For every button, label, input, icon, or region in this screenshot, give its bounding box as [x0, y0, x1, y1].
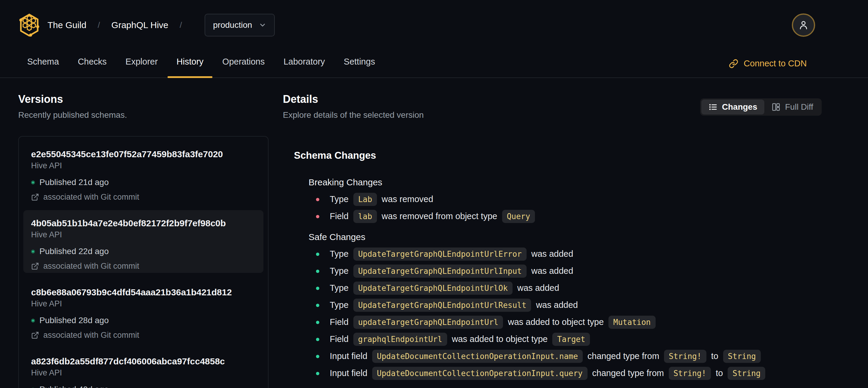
safe-bullet-icon: [316, 287, 319, 290]
breadcrumb-org[interactable]: The Guild: [48, 20, 86, 30]
tab-laboratory[interactable]: Laboratory: [275, 57, 334, 78]
change-item: FieldgraphqlEndpointUrlwas added to obje…: [309, 331, 856, 348]
versions-list: e2e55045345ce13fe07f52a77459b83fa3fe7020…: [18, 136, 269, 388]
change-list: TypeUpdateTargetGraphQLEndpointUrlErrorw…: [309, 245, 856, 382]
tab-settings[interactable]: Settings: [335, 57, 384, 78]
connect-cdn-link[interactable]: Connect to CDN: [729, 59, 807, 68]
version-status: Published 21d ago: [31, 178, 256, 187]
target-selector-value: production: [213, 20, 252, 30]
version-card[interactable]: a823f6db2a55df877dcf406006abca97fcc4858c…: [23, 348, 264, 388]
change-text: Type: [330, 283, 348, 293]
code-chip: UpdateTargetGraphQLEndpointUrlError: [353, 247, 527, 261]
change-text: was added: [531, 249, 573, 259]
code-chip: UpdateTargetGraphQLEndpointUrlInput: [353, 265, 527, 278]
code-chip: UpdateTargetGraphQLEndpointUrlResult: [353, 299, 531, 312]
target-selector[interactable]: production: [205, 14, 275, 36]
change-text: to: [716, 368, 723, 378]
version-hash: e2e55045345ce13fe07f52a77459b83fa3fe7020: [31, 149, 256, 160]
version-status: Published 28d ago: [31, 316, 256, 325]
tab-history[interactable]: History: [167, 57, 212, 78]
app-header: The Guild / GraphQL Hive / production Sc…: [0, 0, 868, 78]
safe-bullet-icon: [316, 304, 319, 307]
change-text: was added: [517, 283, 559, 293]
change-item: TypeUpdateTargetGraphQLEndpointUrlInputw…: [309, 263, 856, 279]
changes-view-label: Changes: [722, 102, 757, 112]
git-commit-label: associated with Git commit: [43, 262, 139, 271]
change-text: Field: [330, 317, 348, 327]
versions-subtitle: Recently published schemas.: [18, 110, 127, 120]
schema-changes-title: Schema Changes: [294, 149, 856, 161]
change-item: Fieldlabwas removed from object typeQuer…: [309, 208, 856, 225]
main-tabs: SchemaChecksExplorerHistoryOperationsLab…: [18, 57, 384, 78]
view-toggle: Changes Full Diff: [700, 98, 822, 116]
safe-bullet-icon: [316, 270, 319, 273]
change-text: Field: [330, 211, 348, 221]
full-diff-view-button[interactable]: Full Diff: [764, 99, 820, 115]
change-text: Input field: [330, 351, 367, 361]
user-menu-button[interactable]: [792, 13, 815, 37]
version-card[interactable]: e2e55045345ce13fe07f52a77459b83fa3fe7020…: [23, 141, 264, 204]
change-group: Safe Changes TypeUpdateTargetGraphQLEndp…: [309, 232, 856, 382]
breadcrumb-separator: /: [98, 20, 100, 30]
version-card[interactable]: 4b05ab51b1b4a7e2e4b0ef82172f2b9f7ef98c0b…: [23, 210, 264, 273]
tab-schema[interactable]: Schema: [18, 57, 68, 78]
change-text: was removed from object type: [382, 211, 497, 221]
safe-bullet-icon: [316, 321, 319, 324]
changes-view-button[interactable]: Changes: [701, 99, 764, 115]
published-dot-icon: [31, 181, 35, 184]
change-text: Field: [330, 334, 348, 344]
code-chip: Lab: [353, 193, 377, 206]
version-status-text: Published 22d ago: [39, 247, 109, 256]
change-text: Input field: [330, 368, 367, 378]
change-item: Input fieldUpdateDocumentCollectionOpera…: [309, 365, 856, 382]
details-subtitle: Explore details of the selected version: [283, 110, 424, 120]
code-chip: String!: [664, 350, 706, 363]
full-diff-view-label: Full Diff: [785, 102, 813, 112]
chevron-down-icon: [259, 21, 267, 29]
tab-checks[interactable]: Checks: [69, 57, 116, 78]
versions-title: Versions: [18, 93, 127, 106]
change-text: Type: [330, 249, 348, 259]
safe-bullet-icon: [316, 355, 319, 358]
code-chip: Query: [502, 210, 535, 223]
git-commit-link[interactable]: associated with Git commit: [31, 192, 256, 202]
list-icon: [709, 102, 717, 112]
version-card[interactable]: c8b6e88a06793b9c4dfd54aaa21b36a1b421d812…: [23, 279, 264, 342]
version-hash: 4b05ab51b1b4a7e2e4b0ef82172f2b9f7ef98c0b: [31, 218, 256, 229]
version-service: Hive API: [31, 368, 256, 378]
tab-explorer[interactable]: Explorer: [117, 57, 167, 78]
tab-operations[interactable]: Operations: [213, 57, 274, 78]
change-list: TypeLabwas removedFieldlabwas removed fr…: [309, 191, 856, 225]
breadcrumb-project[interactable]: GraphQL Hive: [112, 20, 168, 30]
git-commit-link[interactable]: associated with Git commit: [31, 262, 256, 271]
link-icon: [729, 59, 738, 68]
code-chip: UpdateDocumentCollectionOperationInput.q…: [372, 367, 588, 380]
change-groups: Breaking Changes TypeLabwas removedField…: [294, 177, 856, 382]
hive-logo: [18, 13, 40, 37]
code-chip: graphqlEndpointUrl: [353, 333, 447, 346]
details-header: Details Explore details of the selected …: [283, 93, 424, 120]
code-chip: UpdateTargetGraphQLEndpointUrlOk: [353, 281, 513, 295]
version-status-text: Published 21d ago: [39, 178, 109, 187]
breaking-bullet-icon: [316, 198, 319, 201]
git-commit-label: associated with Git commit: [43, 192, 139, 202]
code-chip: UpdateDocumentCollectionOperationInput.n…: [372, 350, 583, 363]
change-item: TypeLabwas removed: [309, 191, 856, 208]
git-commit-link[interactable]: associated with Git commit: [31, 331, 256, 340]
external-link-icon: [31, 193, 39, 201]
published-dot-icon: [31, 319, 35, 323]
change-text: Type: [330, 194, 348, 204]
code-chip: String!: [669, 367, 711, 380]
external-link-icon: [31, 262, 39, 270]
breaking-bullet-icon: [316, 215, 319, 218]
change-text: was added: [531, 266, 573, 276]
safe-bullet-icon: [316, 372, 319, 375]
external-link-icon: [31, 331, 39, 339]
change-group-title: Safe Changes: [309, 232, 856, 242]
version-status-text: Published 28d ago: [39, 316, 109, 325]
change-text: Type: [330, 266, 348, 276]
version-service: Hive API: [31, 230, 256, 239]
safe-bullet-icon: [316, 338, 319, 341]
code-chip: Mutation: [609, 316, 655, 329]
breadcrumb-separator: /: [180, 20, 182, 30]
